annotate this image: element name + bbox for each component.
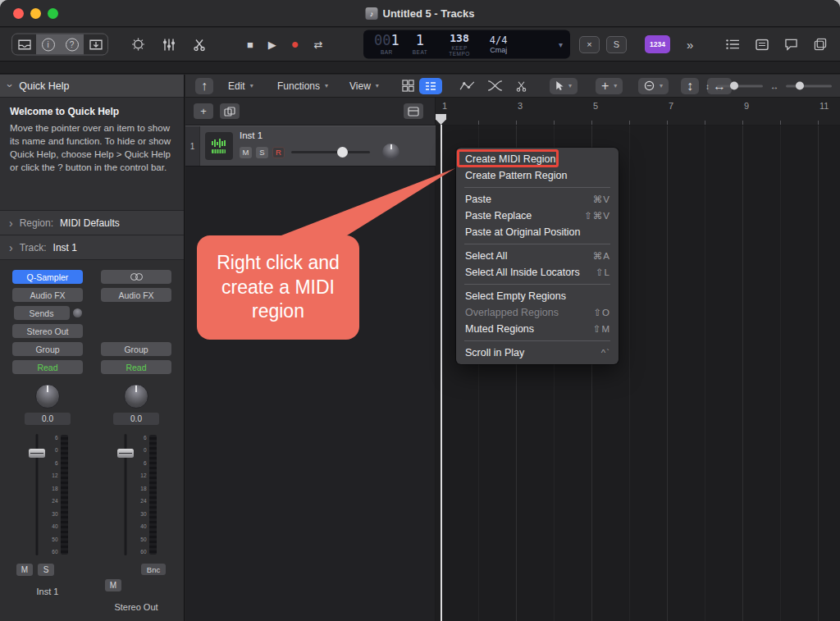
menu-item-label: Select Empty Regions bbox=[465, 290, 610, 302]
volume-value[interactable]: 0.0 bbox=[113, 413, 159, 425]
bounce-button[interactable]: Bnc bbox=[141, 564, 166, 575]
track-number: 1 bbox=[185, 126, 200, 166]
volume-fader[interactable] bbox=[28, 432, 46, 557]
menu-item-paste-at-original-position[interactable]: Paste at Original Position bbox=[456, 224, 619, 240]
volume-value[interactable]: 0.0 bbox=[25, 413, 71, 425]
track-inspector-row[interactable]: › Track: Inst 1 bbox=[0, 235, 184, 260]
send-knob[interactable] bbox=[73, 308, 82, 317]
zoom-window-button[interactable] bbox=[48, 8, 58, 19]
automation-button[interactable] bbox=[459, 80, 475, 91]
fader-scale-mark: 0 bbox=[48, 447, 58, 453]
automation-mode-button[interactable]: Read bbox=[12, 360, 83, 374]
lcd-display[interactable]: 001 BAR 1 BEAT 138 KEEP TEMPO 4/4 Cmaj ▾ bbox=[363, 30, 570, 59]
track-record-enable-button[interactable]: R bbox=[272, 147, 285, 158]
lcd-chevron-down-icon[interactable]: ▾ bbox=[559, 40, 563, 49]
snap-menu-button[interactable]: ▾ bbox=[638, 78, 669, 94]
menu-item-select-all-inside-locators[interactable]: Select All Inside Locators⇧L bbox=[456, 264, 619, 281]
menu-item-paste-replace[interactable]: Paste Replace⇧⌘V bbox=[456, 208, 619, 224]
menu-item-label: Select All bbox=[465, 250, 585, 262]
menu-item-create-pattern-region[interactable]: Create Pattern Region bbox=[456, 167, 619, 184]
solo-button[interactable]: S bbox=[38, 564, 54, 576]
count-in-button[interactable]: 1234 bbox=[645, 35, 670, 53]
menu-item-scroll-in-play[interactable]: Scroll in Play^` bbox=[456, 345, 619, 361]
track-stack-button[interactable] bbox=[404, 103, 423, 119]
output-format-button[interactable] bbox=[101, 270, 171, 284]
loops-browser-button[interactable] bbox=[784, 39, 798, 51]
fader-cap[interactable] bbox=[29, 449, 45, 458]
view-menu[interactable]: View ▾ bbox=[349, 80, 379, 92]
library-toggle-button[interactable] bbox=[12, 34, 36, 55]
callout-line-3: region bbox=[217, 299, 340, 324]
group-slot-button[interactable]: Group bbox=[12, 342, 83, 356]
track-pan-knob[interactable] bbox=[382, 144, 399, 161]
pan-knob[interactable] bbox=[35, 384, 60, 409]
vertical-zoom-slider[interactable] bbox=[717, 82, 763, 90]
smart-controls-button[interactable] bbox=[131, 38, 145, 52]
mute-button[interactable]: M bbox=[105, 579, 121, 591]
duplicate-track-button[interactable] bbox=[220, 103, 240, 119]
track-solo-button[interactable]: S bbox=[256, 147, 268, 158]
track-volume-slider[interactable] bbox=[291, 147, 370, 158]
close-window-button[interactable] bbox=[13, 8, 24, 19]
audio-fx-slot-button[interactable]: Audio FX bbox=[101, 288, 171, 302]
mute-button[interactable]: M bbox=[16, 564, 33, 576]
track-mute-button[interactable]: M bbox=[240, 147, 252, 158]
channel-strip-output: Audio FX Group Read 0.0 6061218243040506… bbox=[98, 270, 174, 612]
grid-view-button[interactable] bbox=[402, 80, 414, 92]
audio-fx-slot-button[interactable]: Audio FX bbox=[12, 288, 83, 302]
volume-fader[interactable] bbox=[116, 432, 135, 557]
pan-knob[interactable] bbox=[124, 384, 148, 409]
track-header[interactable]: 1 Inst 1 M S R bbox=[185, 126, 436, 167]
edit-menu[interactable]: Edit ▾ bbox=[228, 80, 253, 92]
vertical-auto-zoom-button[interactable]: ↕ bbox=[681, 78, 699, 94]
menu-item-label: Paste at Original Position bbox=[465, 226, 610, 238]
secondary-tool-button[interactable]: + ▾ bbox=[596, 78, 623, 94]
slider-knob[interactable] bbox=[796, 82, 804, 90]
editors-button[interactable] bbox=[193, 38, 206, 51]
note-pads-button[interactable] bbox=[756, 39, 769, 50]
track-name[interactable]: Inst 1 bbox=[240, 130, 429, 140]
play-button[interactable]: ▶ bbox=[268, 39, 276, 51]
cycle-button[interactable]: ⇄ bbox=[314, 39, 323, 51]
menu-item-paste[interactable]: Paste⌘V bbox=[456, 191, 619, 208]
list-editors-button[interactable] bbox=[726, 39, 740, 50]
split-button[interactable] bbox=[515, 80, 527, 92]
solo-mode-button[interactable]: S bbox=[606, 36, 627, 53]
add-track-button[interactable]: + bbox=[194, 103, 213, 119]
pointer-tool-button[interactable]: ▾ bbox=[550, 78, 578, 94]
inspector-toggle-button[interactable]: i bbox=[36, 34, 60, 55]
minimize-window-button[interactable] bbox=[30, 8, 41, 19]
functions-menu[interactable]: Functions ▾ bbox=[277, 80, 328, 92]
functions-menu-label: Functions bbox=[277, 80, 320, 92]
output-slot-button[interactable]: Stereo Out bbox=[12, 324, 83, 338]
sends-slot-button[interactable]: Sends bbox=[14, 306, 70, 320]
more-chevrons-icon[interactable]: » bbox=[687, 38, 693, 52]
browsers-button[interactable] bbox=[814, 39, 827, 51]
toolbar-toggle-button[interactable] bbox=[84, 34, 107, 55]
menu-item-select-empty-regions[interactable]: Select Empty Regions bbox=[456, 288, 619, 304]
fader-cap[interactable] bbox=[117, 449, 134, 458]
automation-mode-button[interactable]: Read bbox=[101, 360, 171, 374]
fader-scale-mark: 50 bbox=[137, 537, 147, 542]
quick-help-header[interactable]: › Quick Help bbox=[0, 75, 184, 98]
list-view-button[interactable] bbox=[419, 78, 442, 94]
group-slot-button[interactable]: Group bbox=[101, 342, 171, 356]
stop-button[interactable]: ■ bbox=[247, 39, 253, 51]
menu-item-muted-regions[interactable]: Muted Regions⇧M bbox=[456, 321, 619, 337]
catch-playhead-button[interactable]: ↑ bbox=[195, 78, 213, 94]
import-icon bbox=[89, 39, 103, 50]
menu-item-select-all[interactable]: Select All⌘A bbox=[456, 248, 619, 264]
record-button[interactable]: ● bbox=[291, 37, 299, 52]
slider-knob[interactable] bbox=[730, 82, 738, 90]
region-inspector-row[interactable]: › Region: MIDI Defaults bbox=[0, 211, 184, 235]
flex-button[interactable] bbox=[487, 80, 503, 91]
cancel-button[interactable]: × bbox=[579, 36, 600, 53]
slider-knob[interactable] bbox=[337, 147, 348, 158]
bar-ruler[interactable]: 1357911 bbox=[436, 98, 840, 125]
instrument-slot-button[interactable]: Q-Sampler bbox=[12, 270, 83, 284]
mixer-button[interactable] bbox=[162, 38, 176, 51]
toolbar-gap bbox=[0, 62, 840, 74]
quick-help-toggle-button[interactable]: ? bbox=[60, 34, 84, 55]
ruler-number: 1 bbox=[442, 101, 447, 111]
horizontal-zoom-slider[interactable] bbox=[786, 82, 832, 90]
